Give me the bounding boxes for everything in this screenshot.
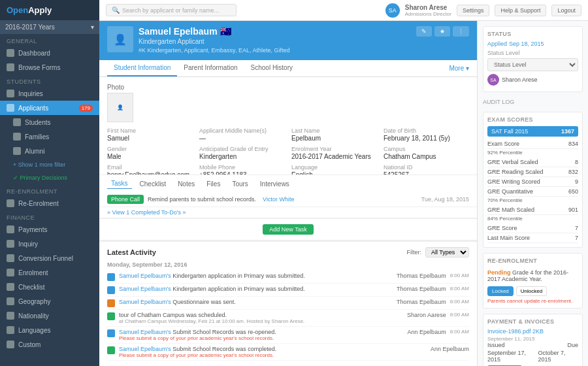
chevron-down-icon: ▾	[91, 24, 94, 31]
list-item: Samuel Epelbaum's Kindergarten applicati…	[107, 271, 469, 284]
help-button[interactable]: Help & Support	[495, 5, 546, 16]
applicant-info: Samuel Epelbaum 🇦🇺 Kindergarten Applican…	[139, 26, 289, 54]
add-new-task-button[interactable]: Add New Task	[263, 224, 313, 235]
field-dob: Date of Birth February 18, 2011 (5y)	[384, 127, 469, 142]
activity-tour-icon	[107, 312, 115, 320]
search-placeholder: Search by applicant or family name...	[122, 7, 219, 14]
tasks-tab-checklist[interactable]: Checklist	[136, 179, 171, 189]
user-info: SA Sharon Arese Admissions Director Sett…	[385, 3, 581, 18]
custom-icon	[7, 341, 14, 348]
tasks-tab-files[interactable]: Files	[203, 179, 224, 189]
sidebar-item-checklist[interactable]: Checklist	[0, 280, 99, 294]
sidebar-item-label: Students	[25, 119, 50, 126]
sidebar-item-families[interactable]: Families	[0, 129, 99, 144]
sidebar-item-label: Payments	[18, 226, 47, 233]
logout-button[interactable]: Logout	[551, 5, 581, 16]
activity-reopen-icon	[107, 329, 115, 337]
percentile-2: 70% Percentile	[487, 197, 578, 203]
sidebar-item-label: Nationality	[18, 312, 49, 320]
sidebar-item-custom[interactable]: Custom	[0, 337, 99, 352]
sidebar-item-re-enrolment[interactable]: Re-Enrolment	[0, 196, 99, 210]
field-enrolment-year: Enrolment Year 2016-2017 Academic Years	[291, 146, 377, 160]
tab-more[interactable]: More ▾	[449, 65, 469, 72]
admin-name: Sharon Arese	[502, 76, 538, 83]
score-row: GRE Reading Scaled832	[487, 167, 578, 177]
lock-unlock-controls: Locked Unlocked	[487, 286, 578, 296]
status-level-dropdown[interactable]: Status Level	[487, 58, 578, 71]
list-item: Samuel Epelbaum's Kindergarten applicati…	[107, 284, 469, 297]
sidebar-item-label: Families	[25, 133, 49, 141]
sidebar-item-label: Applicants	[18, 105, 48, 112]
geography-icon	[7, 297, 14, 305]
payment-section: PAYMENT & INVOICES Invoice-1986.pdf 2KB …	[483, 314, 583, 366]
sidebar-item-show-more[interactable]: + Show 1 more filter	[0, 158, 99, 171]
checklist-icon	[7, 283, 14, 291]
star-button[interactable]: ★	[434, 26, 450, 37]
logo-open: Open	[7, 5, 28, 15]
phone-call-badge: Phone Call	[107, 195, 144, 204]
field-national-id: National ID 5425267	[384, 164, 469, 175]
view-todo-link[interactable]: » View 1 Completed To-Do's »	[99, 207, 477, 218]
nationality-icon	[7, 312, 14, 320]
sidebar-item-payments[interactable]: Payments	[0, 222, 99, 237]
sidebar-item-inquiry[interactable]: Inquiry	[0, 237, 99, 251]
sidebar-item-label: Languages	[18, 327, 51, 334]
sidebar-item-nationality[interactable]: Nationality	[0, 308, 99, 323]
list-item: Samuel Epelbaum's Submit School Records …	[107, 327, 469, 344]
sidebar-item-label: Dashboard	[18, 50, 50, 57]
more-button[interactable]: ⋮	[453, 26, 469, 37]
sidebar-section-general: GENERAL	[0, 34, 99, 46]
field-first-name: First Name Samuel	[107, 127, 193, 142]
field-last-name: Last Name Epelbaum	[291, 127, 377, 142]
sidebar-item-conversion-funnel[interactable]: Conversion Funnel	[0, 251, 99, 265]
unlock-button[interactable]: Unlocked	[516, 286, 547, 296]
sidebar-item-primary-decisions[interactable]: ✓ Primary Decisions	[0, 171, 99, 184]
status-section: STATUS Applied Sep 18, 2015 Status Level…	[483, 26, 583, 92]
settings-button[interactable]: Settings	[457, 5, 490, 16]
sidebar-item-students[interactable]: Students	[0, 115, 99, 129]
sidebar-item-label: Enrolment	[18, 269, 48, 276]
tasks-tab-tasks[interactable]: Tasks	[107, 178, 132, 189]
sidebar-item-label: Re-Enrolment	[18, 200, 59, 207]
task-note-text: Remind parents to submit school records.	[148, 196, 256, 203]
list-item: Samuel Epelbaum's Submit School Records …	[107, 344, 469, 361]
field-gender: Gender Male	[107, 146, 193, 160]
activity-filter-select[interactable]: All Types	[425, 247, 469, 258]
pending-item: Pending Grade 4 for the 2016-2017 Academ…	[487, 267, 578, 284]
sidebar-item-enrolment[interactable]: Enrolment	[0, 265, 99, 280]
tab-school-history[interactable]: School History	[244, 60, 299, 76]
score-row: GRE Writing Scored9	[487, 177, 578, 187]
sidebar-item-dashboard[interactable]: Dashboard	[0, 46, 99, 60]
sidebar-section-re-enrolment: RE-ENROLMENT	[0, 184, 99, 196]
task-person: Victor White	[263, 196, 294, 203]
sidebar-item-applicants[interactable]: Applicants 179	[0, 101, 99, 115]
invoice-link[interactable]: Invoice-1986.pdf 2KB	[487, 328, 544, 335]
lock-button[interactable]: Locked	[487, 286, 514, 296]
applicants-icon	[7, 104, 14, 112]
sidebar-item-label: Checklist	[18, 284, 45, 291]
center-panel: 👤 Samuel Epelbaum 🇦🇺 Kindergarten Applic…	[99, 21, 477, 366]
activity-filter: Filter: All Types	[407, 247, 470, 258]
activity-complete-icon	[107, 346, 115, 354]
tab-student-information[interactable]: Student Information	[107, 60, 177, 76]
tasks-tab-interviews[interactable]: Interviews	[256, 179, 293, 189]
user-name: Sharon Arese Admissions Director	[405, 4, 451, 17]
year-selector[interactable]: 2016-2017 Years ▾	[0, 20, 99, 34]
tab-parent-information[interactable]: Parent Information	[177, 60, 244, 76]
edit-applicant-button[interactable]: ✎	[416, 26, 432, 37]
forms-icon	[7, 63, 14, 71]
tasks-tab-tours[interactable]: Tours	[228, 179, 252, 189]
alumni-icon	[13, 147, 21, 155]
task-date: Tue, Aug 18, 2015	[421, 196, 469, 203]
tasks-tab-notes[interactable]: Notes	[174, 179, 199, 189]
sidebar-item-languages[interactable]: Languages	[0, 323, 99, 337]
re-enrolment-title: RE-ENROLMENT	[487, 258, 578, 264]
sidebar-item-label: Inquiries	[18, 90, 43, 97]
search-bar[interactable]: 🔍 Search by applicant or family name...	[106, 4, 237, 16]
sidebar-item-alumni[interactable]: Alumni	[0, 144, 99, 158]
sidebar-item-inquiries[interactable]: Inquiries	[0, 86, 99, 101]
sidebar-item-browse-forms[interactable]: Browse Forms	[0, 60, 99, 75]
sidebar-item-label: Browse Forms	[18, 64, 60, 71]
header-actions: ✎ ★ ⋮	[416, 26, 469, 37]
sidebar-item-geography[interactable]: Geography	[0, 294, 99, 308]
